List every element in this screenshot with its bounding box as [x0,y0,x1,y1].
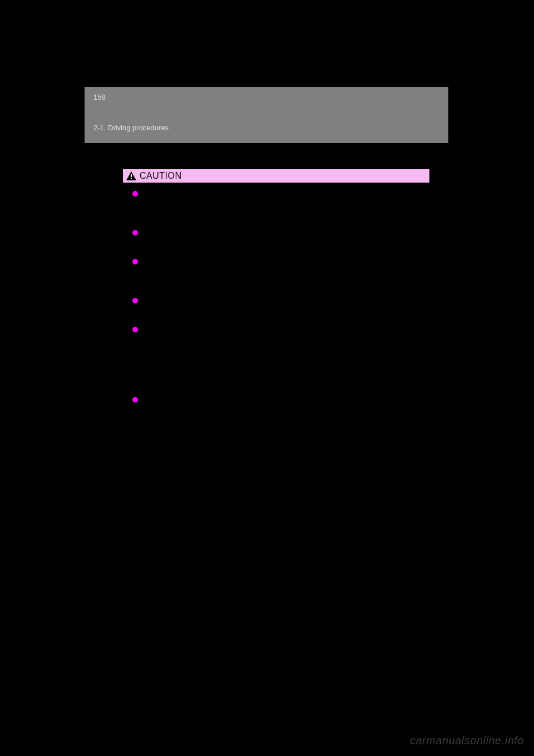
section-label: 2-1. Driving procedures [93,124,169,132]
list-item: Moving the shift lever to N while the ve… [132,257,422,286]
list-item-text: Do not adjust the positions of the steer… [142,396,407,415]
bullet-icon [132,327,138,332]
svg-rect-2 [131,178,132,179]
list-item: Do not shift the shift lever to R while … [132,189,422,218]
bullet-icon [132,298,138,303]
list-item-text: Do not shift the shift lever to R while … [142,190,417,209]
svg-rect-1 [131,174,132,177]
page-number: 158 [93,93,106,101]
bullet-icon [132,259,138,264]
bullet-icon [132,230,138,235]
list-item-text: During normal driving, do not turn off t… [142,297,412,316]
list-item: Do not shift the shift lever to D while … [132,228,422,247]
header-bar [85,87,448,143]
caution-box: CAUTION Do not shift the shift lever to … [122,169,430,429]
warning-icon [126,171,136,180]
list-item: Do not adjust the positions of the steer… [132,395,422,414]
list-item-text: Moving the shift lever to N while the ve… [142,258,414,277]
list-item: Use engine braking (downshift) to mainta… [132,325,422,385]
caution-title: CAUTION [140,171,182,181]
bullet-icon [132,397,138,402]
caution-body: Do not shift the shift lever to R while … [122,183,430,429]
bullet-icon [132,191,138,197]
watermark: carmanualsonline.info [410,734,524,747]
list-item-text: Use engine braking (downshift) to mainta… [142,326,414,345]
caution-header: CAUTION [122,169,430,183]
list-item: During normal driving, do not turn off t… [132,296,422,315]
list-item-text: Do not shift the shift lever to D while … [142,229,396,248]
